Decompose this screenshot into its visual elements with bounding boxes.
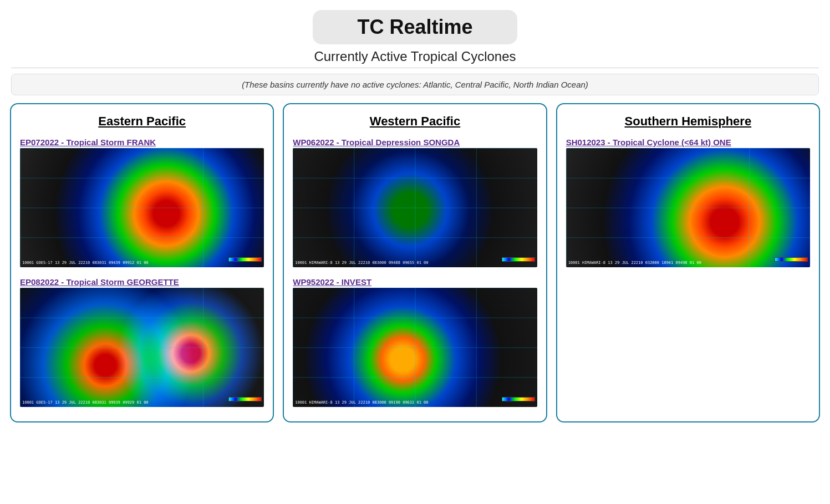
storm-section-wp95: WP952022 - INVEST10001 HIMAWARI-8 13 29 … bbox=[293, 277, 537, 411]
storm-link-ep07[interactable]: EP072022 - Tropical Storm FRANK bbox=[20, 138, 156, 147]
page-subtitle: Currently Active Tropical Cyclones bbox=[314, 49, 516, 64]
storm-image-sh01[interactable]: 10001 HIMAWARI-8 13 29 JUL 22210 032000 … bbox=[566, 148, 810, 267]
basin-title-western-pacific: Western Pacific bbox=[370, 114, 460, 129]
storm-link-sh01[interactable]: SH012023 - Tropical Cyclone (<64 kt) ONE bbox=[566, 138, 731, 147]
storm-image-wp06[interactable]: 10001 HIMAWARI-8 13 29 JUL 22210 083000 … bbox=[293, 148, 537, 267]
storm-section-wp06: WP062022 - Tropical Depression SONGDA100… bbox=[293, 138, 537, 272]
storm-image-ep07[interactable]: 10001 GOES-17 13 29 JUL 22210 083031 094… bbox=[20, 148, 264, 267]
sat-grid-sh01 bbox=[566, 148, 810, 267]
sat-grid-wp06 bbox=[293, 148, 537, 267]
storm-image-ep08[interactable]: 10001 GOES-17 13 29 JUL 22210 083031 099… bbox=[20, 288, 264, 407]
basin-card-southern-hemisphere: Southern HemisphereSH012023 - Tropical C… bbox=[556, 103, 820, 422]
basin-card-western-pacific: Western PacificWP062022 - Tropical Depre… bbox=[283, 103, 547, 422]
page-header: TC Realtime Currently Active Tropical Cy… bbox=[0, 0, 830, 68]
sat-label-ep07: 10001 GOES-17 13 29 JUL 22210 083031 094… bbox=[22, 261, 149, 265]
storm-image-wp95[interactable]: 10001 HIMAWARI-8 13 29 JUL 22210 083000 … bbox=[293, 288, 537, 407]
basin-title-eastern-pacific: Eastern Pacific bbox=[98, 114, 186, 129]
sat-grid-ep07 bbox=[20, 148, 264, 267]
basin-card-eastern-pacific: Eastern PacificEP072022 - Tropical Storm… bbox=[10, 103, 274, 422]
sat-grid-wp95 bbox=[293, 288, 537, 407]
colorbar-wp06 bbox=[502, 257, 535, 262]
notice-bar: (These basins currently have no active c… bbox=[11, 74, 819, 95]
colorbar-ep07 bbox=[228, 257, 262, 262]
title-box: TC Realtime bbox=[313, 10, 517, 44]
sat-grid-ep08 bbox=[20, 288, 264, 407]
basin-title-southern-hemisphere: Southern Hemisphere bbox=[625, 114, 752, 129]
colorbar-wp95 bbox=[502, 397, 535, 401]
notice-text: (These basins currently have no active c… bbox=[23, 80, 807, 89]
sat-label-ep08: 10001 GOES-17 13 29 JUL 22210 083031 099… bbox=[22, 400, 149, 405]
header-divider bbox=[11, 68, 819, 68]
storm-link-wp06[interactable]: WP062022 - Tropical Depression SONGDA bbox=[293, 138, 460, 147]
colorbar-sh01 bbox=[775, 257, 808, 262]
sat-label-wp95: 10001 HIMAWARI-8 13 29 JUL 22210 083000 … bbox=[295, 400, 428, 405]
sat-label-wp06: 10001 HIMAWARI-8 13 29 JUL 22210 083000 … bbox=[295, 261, 428, 265]
storm-link-ep08[interactable]: EP082022 - Tropical Storm GEORGETTE bbox=[20, 277, 179, 287]
page-title: TC Realtime bbox=[357, 16, 472, 39]
storm-section-ep08: EP082022 - Tropical Storm GEORGETTE10001… bbox=[20, 277, 264, 411]
storm-section-ep07: EP072022 - Tropical Storm FRANK10001 GOE… bbox=[20, 138, 264, 272]
sat-label-sh01: 10001 HIMAWARI-8 13 29 JUL 22210 032000 … bbox=[568, 261, 701, 265]
colorbar-ep08 bbox=[228, 397, 262, 401]
storm-section-sh01: SH012023 - Tropical Cyclone (<64 kt) ONE… bbox=[566, 138, 810, 272]
storm-link-wp95[interactable]: WP952022 - INVEST bbox=[293, 277, 371, 287]
basins-container: Eastern PacificEP072022 - Tropical Storm… bbox=[0, 103, 830, 434]
